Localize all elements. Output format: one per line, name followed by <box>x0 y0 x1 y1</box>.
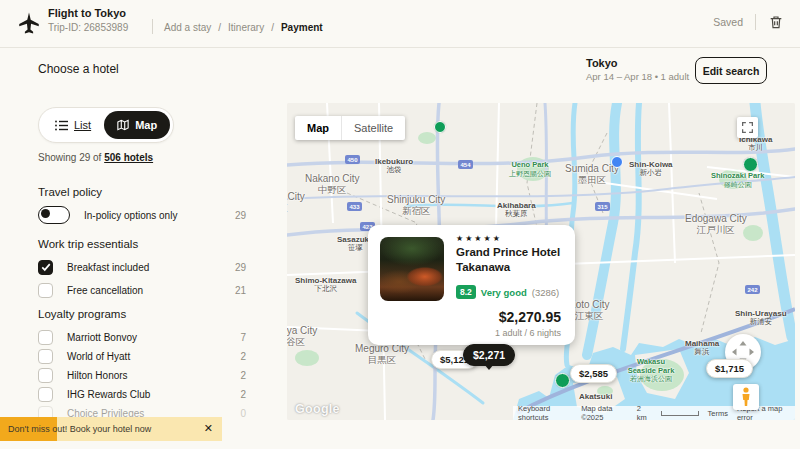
view-toggle: List Map <box>38 107 174 143</box>
airplane-icon <box>16 10 42 36</box>
price-pin[interactable]: $2,585 <box>570 364 617 383</box>
promo-banner-text: Don't miss out! Book your hotel now <box>8 424 151 434</box>
price-pin-selected[interactable]: $2,271 <box>463 344 515 366</box>
ihg-count: 2 <box>240 389 246 400</box>
hotel-name: Grand Prince Hotel Takanawa <box>456 245 560 275</box>
breadcrumb-payment[interactable]: Payment <box>281 22 323 33</box>
top-header: Flight to Tokyo Trip-ID: 26853989 Add a … <box>0 0 800 48</box>
filter-row-cancellation: Free cancellation 21 <box>38 281 246 299</box>
travel-policy-title: Travel policy <box>38 186 102 198</box>
work-trip-title: Work trip essentials <box>38 238 138 250</box>
filter-row-breakfast: Breakfast included 29 <box>38 258 246 276</box>
rating-badge: 8.2 <box>456 285 476 299</box>
hotel-stars: ★★★★★ <box>456 234 502 243</box>
choice-count: 0 <box>240 408 246 419</box>
hyatt-label: World of Hyatt <box>67 351 130 362</box>
google-logo: Google <box>295 402 340 416</box>
hyatt-count: 2 <box>240 351 246 362</box>
search-summary: Tokyo Apr 14 – Apr 18 • 1 adult <box>586 57 689 82</box>
list-view-button[interactable]: List <box>42 119 104 131</box>
map-view-button[interactable]: Map <box>104 111 170 139</box>
hotel-price-block: $2,270.95 1 adult / 6 nights <box>495 309 561 338</box>
breakfast-checkbox[interactable] <box>38 260 53 275</box>
marriott-label: Marriott Bonvoy <box>67 332 137 343</box>
results-summary: Showing 29 of 506 hotels <box>38 152 153 163</box>
hotel-photo <box>380 237 444 301</box>
free-cancellation-count: 21 <box>235 285 246 296</box>
filter-row-marriott: Marriott Bonvoy 7 <box>38 328 246 346</box>
breakfast-label: Breakfast included <box>67 262 149 273</box>
list-icon <box>55 120 68 131</box>
trip-id: Trip-ID: 26853989 <box>48 22 128 33</box>
hilton-label: Hilton Honors <box>67 370 128 381</box>
pegman-control[interactable] <box>733 384 759 410</box>
scale-label: 2 km <box>637 404 651 420</box>
check-icon <box>41 262 51 272</box>
breadcrumb-separator: / <box>218 22 221 33</box>
in-policy-label: In-policy options only <box>84 210 177 221</box>
close-icon[interactable]: ✕ <box>204 422 213 435</box>
results-summary-text: Showing 29 of <box>38 152 104 163</box>
hotel-rating: 8.2 Very good (3286) <box>456 285 559 299</box>
saved-status: Saved <box>713 16 743 28</box>
marriott-checkbox[interactable] <box>38 330 53 345</box>
terms-link[interactable]: Terms <box>708 409 728 418</box>
loyalty-title: Loyalty programs <box>38 308 126 320</box>
page-title: Choose a hotel <box>38 62 119 76</box>
edit-search-button[interactable]: Edit search <box>695 57 767 84</box>
free-cancellation-label: Free cancellation <box>67 285 143 296</box>
dates-occupancy-label: Apr 14 – Apr 18 • 1 adult <box>586 71 689 82</box>
map-type-control: Map Satellite <box>295 116 405 140</box>
all-hotels-link[interactable]: 506 hotels <box>104 152 153 163</box>
filter-row-hyatt: World of Hyatt 2 <box>38 347 246 365</box>
filter-row-hilton: Hilton Honors 2 <box>38 366 246 384</box>
header-divider <box>755 14 756 30</box>
in-policy-count: 29 <box>235 210 246 221</box>
fullscreen-button[interactable] <box>737 117 758 138</box>
keyboard-shortcuts-link[interactable]: Keyboard shortcuts <box>518 404 572 420</box>
filter-row-ihg: IHG Rewards Club 2 <box>38 385 246 403</box>
hotel-card[interactable]: ★★★★★ Grand Prince Hotel Takanawa 8.2 Ve… <box>368 225 575 345</box>
map-icon <box>117 119 129 131</box>
rating-label: Very good <box>481 287 527 298</box>
destination-label: Tokyo <box>586 57 689 69</box>
breadcrumb-separator: / <box>271 22 274 33</box>
list-view-label: List <box>74 119 91 131</box>
breadcrumb-add-a-stay[interactable]: Add a stay <box>164 22 211 33</box>
marriott-count: 7 <box>240 332 246 343</box>
map-view-label: Map <box>135 119 157 131</box>
hotel-price: $2,270.95 <box>495 309 561 325</box>
map-canvas[interactable]: Ikebukuro池袋 Nakano City中野区 Shinjuku City… <box>287 103 795 420</box>
park-poi-icon <box>434 121 446 133</box>
hyatt-checkbox[interactable] <box>38 349 53 364</box>
breakfast-count: 29 <box>235 262 246 273</box>
hotel-stay-summary: 1 adult / 6 nights <box>495 328 561 338</box>
free-cancellation-checkbox[interactable] <box>38 283 53 298</box>
map-type-satellite-button[interactable]: Satellite <box>341 116 405 140</box>
fullscreen-icon <box>741 121 754 134</box>
map-data-label: Map data ©2025 <box>581 404 628 420</box>
toggle-knob <box>41 209 50 218</box>
park-poi-icon <box>555 373 570 388</box>
park-poi-icon <box>743 157 758 172</box>
breadcrumb: Add a stay / Itinerary / Payment <box>164 22 323 33</box>
in-policy-filter-row: In-policy options only 29 <box>38 206 246 224</box>
header-divider <box>152 19 153 34</box>
price-pin[interactable]: $1,715 <box>706 359 753 378</box>
ihg-label: IHG Rewards Club <box>67 389 150 400</box>
breadcrumb-itinerary[interactable]: Itinerary <box>228 22 264 33</box>
pegman-icon <box>740 387 752 407</box>
scale-bar <box>661 411 698 416</box>
transit-poi-icon <box>611 156 623 168</box>
hilton-checkbox[interactable] <box>38 368 53 383</box>
map-type-map-button[interactable]: Map <box>295 116 341 140</box>
review-count: (3286) <box>532 287 559 298</box>
trash-icon[interactable] <box>768 14 784 30</box>
hilton-count: 2 <box>240 370 246 381</box>
ihg-checkbox[interactable] <box>38 387 53 402</box>
trip-title: Flight to Tokyo <box>48 7 126 19</box>
in-policy-toggle[interactable] <box>38 206 70 224</box>
promo-banner: Don't miss out! Book your hotel now ✕ <box>0 417 222 441</box>
